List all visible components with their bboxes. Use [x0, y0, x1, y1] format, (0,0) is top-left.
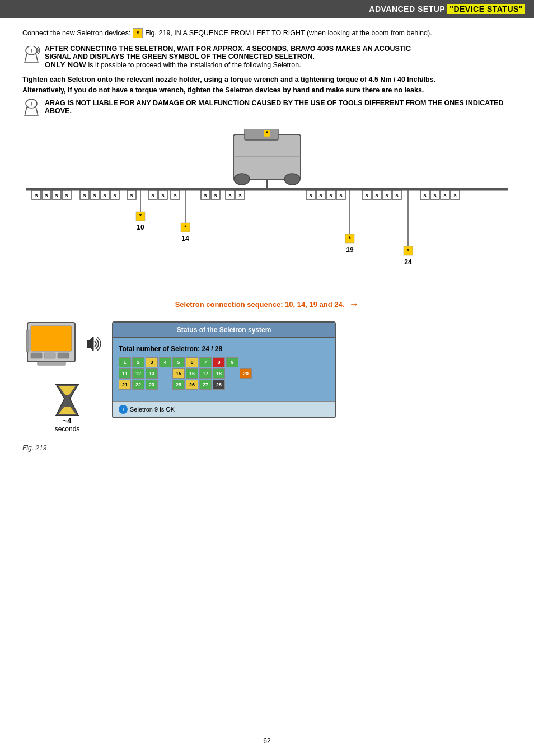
grid-cell-1: 1 — [119, 357, 131, 367]
svg-text:S: S — [83, 193, 86, 198]
seletron-grid: 1 2 3 4 5 6 7 8 9 11 12 13 — [119, 357, 329, 390]
grid-cell-22: 22 — [132, 380, 144, 390]
svg-text:S: S — [151, 193, 154, 198]
svg-text:S: S — [130, 193, 133, 198]
arag-block: ! ARAG IS NOT LIABLE FOR ANY DAMAGE OR M… — [22, 99, 512, 121]
lower-section: ~4 seconds Status of the Seletron system… — [22, 321, 512, 433]
grid-cell-15: 15 — [172, 368, 185, 379]
hourglass-unit: seconds — [55, 425, 80, 433]
grid-cell-18: 18 — [213, 368, 225, 379]
svg-text:14: 14 — [181, 235, 189, 242]
hourglass-svg — [53, 383, 81, 417]
header-title: ADVANCED SETUP — [369, 4, 447, 13]
svg-text:S: S — [204, 193, 207, 198]
grid-cell-28: 28 — [213, 380, 225, 390]
svg-rect-96 — [38, 362, 65, 365]
svg-text:S: S — [395, 193, 399, 198]
svg-text:S: S — [55, 193, 58, 198]
connection-sequence-label: Seletron connection sequence: 10, 14, 19… — [22, 298, 512, 310]
grid-cell-7: 7 — [199, 357, 212, 367]
svg-text:S: S — [174, 193, 177, 198]
tighten-line-2: Alternatively, if you do not have a torq… — [22, 85, 512, 96]
svg-text:S: S — [365, 193, 368, 198]
grid-cell-25: 25 — [172, 380, 185, 390]
tighten-line-1: Tighten each Seletron onto the relevant … — [22, 74, 512, 85]
grid-cell-20: 20 — [240, 368, 252, 379]
svg-text:24: 24 — [404, 258, 412, 266]
grid-cell-4: 4 — [159, 357, 171, 367]
status-panel-header: Status of the Seletron system — [113, 323, 335, 338]
warning-block-1: ! AFTER CONNECTING THE SELETRON, WAIT FO… — [22, 45, 512, 69]
connection-seq-text: Seletron connection sequence: 10, 14, 19… — [175, 300, 345, 309]
boom-svg: * S S S S S S S S — [26, 129, 508, 297]
svg-line-6 — [25, 107, 27, 116]
status-panel: Status of the Seletron system Total numb… — [112, 321, 336, 418]
svg-text:*: * — [349, 236, 351, 242]
svg-text:S: S — [433, 193, 437, 198]
sound-waves-svg — [86, 330, 108, 358]
svg-line-1 — [25, 54, 27, 63]
svg-rect-92 — [31, 326, 72, 351]
svg-text:S: S — [93, 193, 96, 198]
fig-caption: Fig. 219 — [22, 444, 512, 452]
svg-rect-97 — [26, 330, 29, 352]
svg-text:S: S — [423, 193, 427, 198]
svg-rect-95 — [58, 353, 69, 358]
svg-text:*: * — [266, 130, 268, 137]
main-content: Connect the new Seletron devices: * Fig.… — [0, 18, 534, 462]
svg-line-2 — [36, 54, 38, 63]
only-now-text: ONLY NOW — [45, 60, 86, 69]
connect-prefix: Connect the new Seletron devices: — [22, 29, 130, 37]
warning-line-1: AFTER CONNECTING THE SELETRON, WAIT FOR … — [45, 45, 411, 53]
warning-text-1: AFTER CONNECTING THE SELETRON, WAIT FOR … — [45, 45, 411, 69]
svg-text:S: S — [319, 193, 322, 198]
arag-text: ARAG IS NOT LIABLE FOR ANY DAMAGE OR MAL… — [45, 99, 512, 115]
star-inline-icon: * — [133, 28, 143, 38]
svg-text:S: S — [35, 193, 38, 198]
svg-text:!: ! — [30, 48, 32, 54]
page-number: 62 — [263, 737, 270, 745]
svg-text:S: S — [453, 193, 457, 198]
grid-cell-27: 27 — [199, 380, 212, 390]
svg-text:S: S — [329, 193, 332, 198]
header-highlight: "DEVICE STATUS" — [447, 4, 525, 14]
grid-cell-26: 26 — [186, 380, 198, 390]
connection-seq-arrow: → — [349, 298, 359, 310]
only-now-line: ONLY NOW is it possible to proceed with … — [45, 60, 411, 69]
tighten-text: Tighten each Seletron onto the relevant … — [22, 74, 512, 96]
grid-cell-13: 13 — [146, 368, 158, 379]
page-header: ADVANCED SETUP "DEVICE STATUS" — [0, 0, 534, 18]
grid-row-2: 11 12 13 15 16 17 18 20 — [119, 368, 329, 379]
grid-row-3: 21 22 23 25 26 27 28 — [119, 380, 329, 390]
svg-rect-94 — [44, 353, 55, 358]
grid-cell-21: 21 — [119, 380, 131, 390]
svg-text:S: S — [309, 193, 312, 198]
grid-cell-3: 3 — [146, 357, 158, 367]
svg-text:S: S — [65, 193, 68, 198]
svg-text:19: 19 — [346, 246, 354, 254]
grid-cell-empty-14 — [159, 368, 171, 379]
svg-text:S: S — [103, 193, 106, 198]
grid-cell-8: 8 — [213, 357, 225, 367]
arag-icon: ! — [22, 99, 40, 121]
grid-cell-empty-24 — [159, 380, 171, 390]
svg-rect-93 — [31, 353, 42, 358]
connect-line: Connect the new Seletron devices: * Fig.… — [22, 28, 512, 38]
count-label: Total number of Seletron: — [119, 345, 200, 353]
svg-text:S: S — [385, 193, 388, 198]
svg-text:S: S — [339, 193, 343, 198]
grid-cell-6: 6 — [186, 357, 198, 367]
info-dot-icon: i — [119, 405, 128, 414]
svg-text:S: S — [228, 193, 232, 198]
seletron-count: Total number of Seletron: 24 / 28 — [119, 345, 222, 353]
svg-text:!: ! — [30, 101, 32, 108]
svg-text:S: S — [375, 193, 378, 198]
hourglass-container: ~4 seconds — [53, 383, 81, 433]
device-screen-svg — [26, 321, 88, 372]
svg-rect-11 — [245, 129, 278, 140]
connect-fig-ref: Fig. 219, IN A SEQUENCE FROM LEFT TO RIG… — [145, 29, 432, 37]
grid-row-1: 1 2 3 4 5 6 7 8 9 — [119, 357, 329, 367]
warning-line-2: SIGNAL AND DISPLAYS THE GREEN SYMBOL OF … — [45, 53, 411, 60]
grid-cell-5: 5 — [172, 357, 185, 367]
count-value: 24 / 28 — [202, 345, 222, 353]
